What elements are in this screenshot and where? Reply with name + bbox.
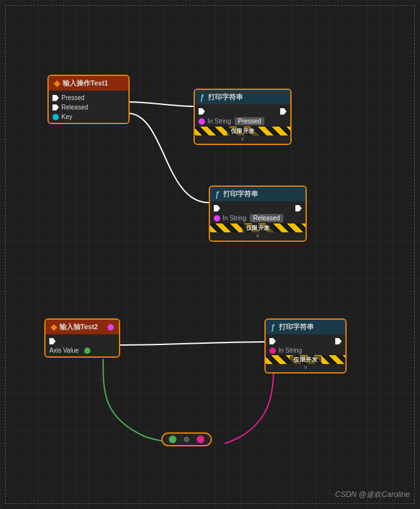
- instring-row: In String Pressed: [195, 116, 290, 127]
- node-body: In String Pressed 仅限开发 ∨: [195, 104, 290, 144]
- instring-pin[interactable]: [214, 215, 220, 222]
- pressed-pin-row: Pressed: [49, 93, 128, 103]
- blueprint-canvas: ◆ 输入操作Test1 Pressed Released Key ƒ 打印字符串: [0, 0, 420, 509]
- warning-text: 仅限开发: [290, 356, 321, 364]
- instring-pin[interactable]: [269, 348, 276, 354]
- diamond-icon: ◆: [51, 322, 57, 332]
- key-label: Key: [61, 113, 72, 120]
- exec-in-pin[interactable]: [214, 205, 220, 211]
- instring-value: Pressed: [235, 117, 264, 125]
- print-string-1-node[interactable]: ƒ 打印字符串 In String Pressed 仅限开发 ∨: [194, 89, 292, 145]
- exec-row: [210, 204, 306, 213]
- bottom-connector-node[interactable]: [161, 432, 212, 446]
- expand-arrow[interactable]: ∨: [266, 364, 345, 371]
- exec-out-pin[interactable]: [280, 108, 287, 115]
- warning-bar: 仅限开发: [266, 355, 345, 364]
- node-header: ƒ 打印字符串: [195, 90, 290, 104]
- exec-out-pin[interactable]: [335, 338, 342, 344]
- diamond-icon: ◆: [54, 79, 60, 88]
- warning-text: 仅限开发: [242, 224, 274, 232]
- instring-row: In String Released: [210, 213, 306, 223]
- node-body: Pressed Released Key: [49, 91, 128, 123]
- key-pin[interactable]: [52, 114, 59, 120]
- node-title: 打印字符串: [223, 189, 258, 199]
- exec-row: [266, 337, 345, 346]
- exec-in-pin[interactable]: [269, 338, 276, 344]
- released-exec-pin[interactable]: [52, 104, 59, 111]
- node-title: 打印字符串: [208, 92, 243, 102]
- function-icon: ƒ: [271, 323, 275, 332]
- exec-row: [46, 337, 119, 346]
- print-string-2-node[interactable]: ƒ 打印字符串 In String Released 仅限开发 ∨: [209, 185, 307, 242]
- warning-bar: 仅限开发: [210, 223, 306, 232]
- header-pin[interactable]: [108, 324, 114, 330]
- expand-arrow[interactable]: ∨: [210, 232, 306, 239]
- instring-pin[interactable]: [199, 118, 205, 125]
- exec-in-pin[interactable]: [199, 108, 205, 115]
- node-title: 输入轴Test2: [59, 322, 98, 332]
- pressed-label: Pressed: [61, 94, 85, 101]
- released-pin-row: Released: [49, 103, 128, 112]
- warning-text: 仅限开发: [227, 127, 259, 135]
- key-pin-row: Key: [49, 112, 128, 122]
- input-axis-test2-node[interactable]: ◆ 输入轴Test2 Axis Value: [44, 318, 120, 358]
- instring-label: In String: [223, 215, 246, 222]
- watermark: CSDN @途欢Caroline: [335, 489, 410, 500]
- node-title: 打印字符串: [279, 322, 314, 332]
- node-header: ◆ 输入操作Test1: [49, 76, 128, 91]
- instring-label: In String: [207, 118, 231, 125]
- instring-row: In String: [266, 346, 345, 355]
- node-header: ƒ 打印字符串: [210, 187, 306, 201]
- node-body: In String 仅限开发 ∨: [266, 334, 345, 372]
- exec-row: [195, 107, 290, 116]
- function-icon: ƒ: [200, 93, 204, 102]
- function-icon: ƒ: [215, 190, 219, 199]
- instring-value: Released: [250, 214, 283, 222]
- axis-value-row: Axis Value: [46, 346, 119, 355]
- node-body: Axis Value: [46, 334, 119, 356]
- axis-label: Axis Value: [49, 347, 79, 354]
- right-pink-pin[interactable]: [197, 436, 204, 443]
- node-body: In String Released 仅限开发 ∨: [210, 201, 306, 241]
- print-string-3-node[interactable]: ƒ 打印字符串 In String 仅限开发 ∨: [264, 318, 347, 374]
- axis-value-pin[interactable]: [84, 348, 90, 354]
- node-title: 输入操作Test1: [63, 79, 108, 88]
- node-header: ◆ 输入轴Test2: [46, 320, 119, 334]
- node-header: ƒ 打印字符串: [266, 320, 345, 334]
- exec-out-pin[interactable]: [295, 205, 302, 211]
- input-action-test1-node[interactable]: ◆ 输入操作Test1 Pressed Released Key: [47, 75, 130, 124]
- center-pin[interactable]: [184, 437, 189, 442]
- instring-label: In String: [278, 347, 302, 354]
- expand-arrow[interactable]: ∨: [195, 135, 290, 142]
- exec-out-pin[interactable]: [49, 338, 56, 344]
- released-label: Released: [61, 104, 88, 111]
- left-green-pin[interactable]: [169, 436, 176, 443]
- pressed-exec-pin[interactable]: [52, 95, 59, 101]
- warning-bar: 仅限开发: [195, 127, 290, 135]
